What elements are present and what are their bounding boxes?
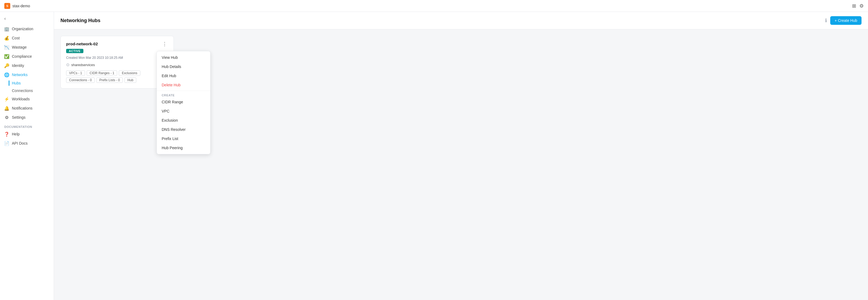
service-icon: ⊙ [66,62,70,67]
context-menu-dns-resolver[interactable]: DNS Resolver [157,125,210,134]
create-hub-button[interactable]: + Create Hub [830,16,862,25]
sidebar-label-workloads: Workloads [12,97,30,101]
context-menu-vpc[interactable]: VPC [157,106,210,116]
sidebar-item-identity[interactable]: 🔑 Identity [0,61,54,70]
hub-tags: VPCs - 1 CIDR Ranges - 1 Exclusions Conn… [66,70,168,83]
compliance-icon: ✅ [4,54,9,59]
app-name: stax-demo [12,4,30,8]
context-menu-hub-peering[interactable]: Hub Peering [157,143,210,153]
sidebar-item-networks[interactable]: 🌐 Networks [0,70,54,79]
hub-service: ⊙ sharedservices [66,62,168,67]
sidebar-sub-network: Hubs Connections [0,79,54,94]
page-header: Networking Hubs ℹ + Create Hub [54,12,868,29]
sidebar-doc-section: DOCUMENTATION [0,122,54,130]
networks-icon: 🌐 [4,72,9,77]
hub-tag-connections: Connections - 0 [66,77,95,83]
sidebar-item-wastage[interactable]: 📉 Wastage [0,43,54,52]
sidebar-item-cost[interactable]: 💰 Cost [0,33,54,43]
notifications-icon: 🔔 [4,106,9,111]
context-menu-edit-hub[interactable]: Edit Hub [157,71,210,80]
sidebar-sub-item-connections[interactable]: Connections [12,87,54,94]
sidebar-label-wastage: Wastage [12,45,27,49]
sidebar-item-compliance[interactable]: ✅ Compliance [0,52,54,61]
hub-name: prod-network-02 [66,41,98,46]
api-docs-icon: 📄 [4,141,9,146]
sidebar-label-help: Help [12,132,20,136]
sidebar-item-organization[interactable]: 🏢 Organization [0,24,54,33]
sidebar-item-workloads[interactable]: ⚡ Workloads [0,94,54,104]
hub-tag-exclusions: Exclusions [119,70,140,76]
context-menu-create-label: CREATE [157,92,210,97]
page-header-actions: ℹ + Create Hub [825,16,862,25]
context-menu-view-hub[interactable]: View Hub [157,53,210,62]
sidebar-label-compliance: Compliance [12,54,32,59]
sidebar-item-notifications[interactable]: 🔔 Notifications [0,104,54,113]
sidebar-item-api-docs[interactable]: 📄 API Docs [0,139,54,148]
sidebar-label-networks: Networks [12,73,28,77]
hub-tag-vpcs: VPCs - 1 [66,70,85,76]
sidebar-label-notifications: Notifications [12,106,32,110]
grid-icon[interactable]: ⊞ [852,3,856,9]
context-menu-prefix-list[interactable]: Prefix List [157,134,210,143]
wastage-icon: 📉 [4,45,9,49]
help-icon: ❓ [4,132,9,136]
sidebar-label-cost: Cost [12,36,20,40]
context-menu-divider [157,91,210,91]
page-title: Networking Hubs [60,18,100,24]
settings-nav-icon: ⚙ [4,115,9,120]
sidebar-label-identity: Identity [12,63,24,68]
hub-tag-prefix-lists: Prefix Lists - 0 [96,77,123,83]
topbar: S stax-demo ⊞ ⚙ [0,0,868,12]
sidebar-sub-item-hubs[interactable]: Hubs [12,79,54,87]
hub-card-header: prod-network-02 ⋮ [66,41,168,46]
identity-icon: 🔑 [4,63,9,68]
sidebar-label-settings: Settings [12,115,26,120]
app-body: ‹ 🏢 Organization 💰 Cost 📉 Wastage ✅ Comp… [0,12,868,300]
sidebar-back-button[interactable]: ‹ [0,14,54,23]
context-menu-hub-details[interactable]: Hub Details [157,62,210,71]
workloads-icon: ⚡ [4,97,9,101]
info-icon[interactable]: ℹ [825,18,827,24]
cost-icon: 💰 [4,36,9,40]
organization-icon: 🏢 [4,27,9,31]
content-area: prod-network-02 ⋮ ACTIVE Created Mon Mar… [54,29,868,300]
hub-kebab-button[interactable]: ⋮ [161,41,168,46]
back-arrow-icon: ‹ [4,16,6,21]
sidebar: ‹ 🏢 Organization 💰 Cost 📉 Wastage ✅ Comp… [0,12,54,300]
hub-created: Created Mon Mar 20 2023 10:18:25 AM [66,56,168,60]
sidebar-item-help[interactable]: ❓ Help [0,130,54,139]
context-menu-exclusion[interactable]: Exclusion [157,116,210,125]
hub-service-name: sharedservices [71,63,95,67]
hub-tag-hub: Hub [124,77,136,83]
sidebar-sub-label-hubs: Hubs [12,81,21,85]
sidebar-item-settings[interactable]: ⚙ Settings [0,113,54,122]
topbar-right: ⊞ ⚙ [852,3,864,9]
main-content: Networking Hubs ℹ + Create Hub prod-netw… [54,12,868,300]
context-menu-delete-hub[interactable]: Delete Hub [157,80,210,90]
hub-tag-cidr: CIDR Ranges - 1 [87,70,117,76]
app-logo: S [4,3,10,9]
context-menu-cidr-range[interactable]: CIDR Range [157,97,210,106]
sidebar-label-organization: Organization [12,27,33,31]
settings-icon[interactable]: ⚙ [859,3,864,9]
sidebar-sub-label-connections: Connections [12,89,33,93]
hub-status-badge: ACTIVE [66,49,84,53]
context-menu: View Hub Hub Details Edit Hub Delete Hub… [157,51,211,154]
topbar-left: S stax-demo [4,3,30,9]
sidebar-label-api-docs: API Docs [12,141,28,145]
